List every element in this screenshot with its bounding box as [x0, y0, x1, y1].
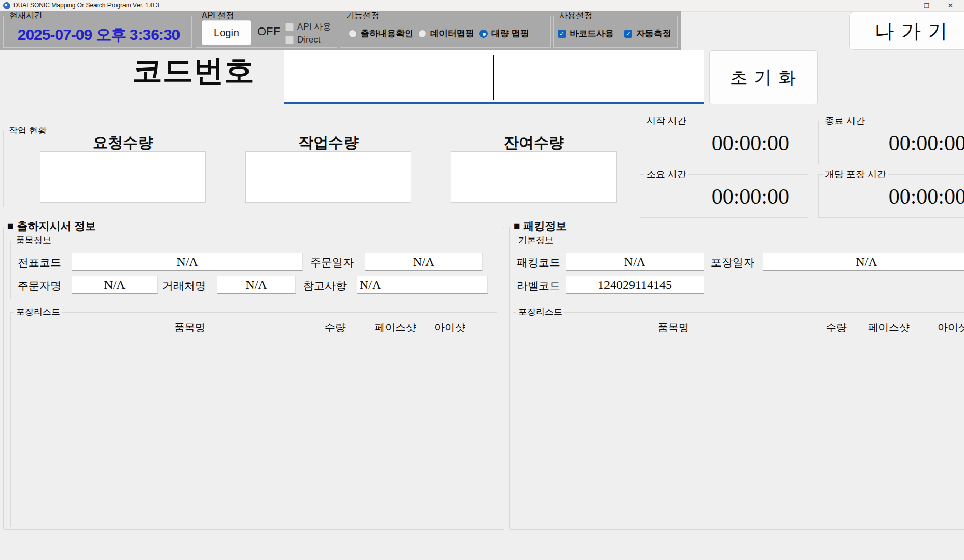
remarks-value[interactable]: N/A — [357, 276, 488, 294]
shipping-packing-list-label: 포장리스트 — [14, 307, 62, 317]
api-use-label: API 사용 — [297, 21, 332, 33]
order-date-value[interactable]: N/A — [365, 253, 483, 271]
packing-code-label: 패킹코드 — [517, 255, 560, 270]
radio-shipping-check[interactable]: 출하내용확인 — [349, 27, 414, 39]
api-settings-label: API 설정 — [200, 11, 236, 20]
api-settings-group: API 설정 Login OFF API 사용 Direct — [196, 16, 337, 48]
checkbox-direct[interactable]: Direct — [285, 35, 320, 45]
usage-settings-group: 사용설정 바코드사용 자동측정 — [553, 16, 678, 48]
start-time-value: 00:00:00 — [640, 131, 808, 156]
direct-checkbox-icon[interactable] — [285, 36, 294, 44]
window-title: DUALSONIC Mapping Or Search Program Ver.… — [13, 2, 159, 9]
end-time-label: 종료 시간 — [823, 116, 867, 126]
basic-info-label: 기본정보 — [516, 235, 556, 246]
packing-code-value[interactable]: N/A — [566, 253, 704, 271]
auto-measure-label: 자동측정 — [636, 27, 671, 39]
bulk-mapping-label: 대량 맵핑 — [491, 27, 529, 39]
title-bar: DUALSONIC Mapping Or Search Program Ver.… — [0, 0, 964, 12]
item-info-label: 품목정보 — [14, 235, 53, 246]
customer-name-value[interactable]: N/A — [217, 276, 296, 294]
per-unit-packing-time-value: 00:00:00 — [819, 184, 964, 209]
app-icon — [3, 2, 10, 9]
label-code-value[interactable]: 124029114145 — [566, 276, 704, 294]
label-code-label: 라벨코드 — [517, 278, 560, 293]
api-use-checkbox-icon[interactable] — [285, 23, 294, 31]
remaining-qty-value — [451, 151, 617, 203]
code-number-input[interactable] — [284, 50, 704, 104]
shipping-packing-list-group: 포장리스트 — [10, 312, 497, 527]
minimize-icon[interactable]: — — [893, 0, 914, 11]
login-button[interactable]: Login — [202, 20, 251, 45]
barcode-use-checkbox-icon[interactable] — [558, 30, 566, 38]
shipping-check-label: 출하내용확인 — [361, 27, 414, 39]
radio-data-mapping[interactable]: 데이터맵핑 — [418, 27, 474, 39]
customer-name-label: 거래처명 — [162, 278, 206, 293]
close-icon[interactable]: ✕ — [940, 0, 961, 11]
packing-info-title: ■ 패킹정보 — [514, 219, 571, 233]
ship-col-qty: 수량 — [314, 320, 356, 334]
data-mapping-label: 데이터맵핑 — [430, 27, 474, 39]
barcode-use-label: 바코드사용 — [570, 27, 614, 39]
requested-qty-value — [40, 151, 206, 203]
orderer-name-label: 주문자명 — [18, 278, 61, 293]
radio-bulk-mapping[interactable]: 대량 맵핑 — [479, 27, 529, 39]
auto-measure-checkbox-icon[interactable] — [624, 30, 632, 38]
maximize-icon[interactable]: ❐ — [916, 0, 937, 11]
code-number-label: 코드번호 — [132, 51, 283, 91]
packing-date-label: 포장일자 — [711, 255, 754, 270]
end-time-value: 00:00:00 — [819, 131, 964, 156]
current-time-group: 현재시간 2025-07-09 오후 3:36:30 — [3, 16, 192, 48]
checkbox-auto-measure[interactable]: 자동측정 — [624, 27, 671, 39]
packing-packing-list-label: 포장리스트 — [516, 307, 564, 317]
shipping-check-radio-icon[interactable] — [349, 30, 357, 38]
start-time-label: 시작 시간 — [644, 116, 688, 126]
ship-col-item-name: 품목명 — [148, 320, 231, 334]
elapsed-time-label: 소요 시간 — [644, 169, 688, 179]
data-mapping-radio-icon[interactable] — [418, 30, 426, 38]
slip-code-value[interactable]: N/A — [72, 253, 303, 271]
current-time-label: 현재시간 — [7, 11, 45, 20]
order-date-label: 주문일자 — [310, 255, 354, 270]
requested-qty-label: 요청수량 — [40, 133, 206, 153]
text-caret — [493, 55, 494, 100]
function-settings-label: 기능설정 — [344, 11, 381, 20]
pack-col-eye-shot: 아이샷 — [927, 320, 964, 334]
reset-button[interactable]: 초 기 화 — [709, 50, 818, 104]
pack-col-face-shot: 페이스샷 — [863, 320, 915, 334]
worked-qty-label: 작업수량 — [245, 133, 411, 153]
start-time-group: 시작 시간 00:00:00 — [640, 121, 808, 164]
function-settings-group: 기능설정 출하내용확인 데이터맵핑 대량 맵핑 — [340, 16, 551, 48]
pack-col-qty: 수량 — [816, 320, 857, 334]
remarks-label: 참고사항 — [303, 278, 347, 293]
ship-col-face-shot: 페이스샷 — [369, 320, 421, 334]
exit-button[interactable]: 나 가 기 — [849, 12, 964, 50]
checkbox-api-use[interactable]: API 사용 — [285, 21, 332, 33]
packing-date-value[interactable]: N/A — [763, 253, 964, 271]
api-status-text: OFF — [257, 25, 288, 38]
direct-label: Direct — [297, 35, 320, 45]
per-unit-packing-time-label: 개당 포장 시간 — [823, 169, 888, 179]
orderer-name-value[interactable]: N/A — [72, 276, 158, 294]
slip-code-label: 전표코드 — [18, 255, 61, 270]
per-unit-packing-time-group: 개당 포장 시간 00:00:00 — [818, 174, 964, 218]
worked-qty-value — [245, 151, 411, 203]
usage-settings-label: 사용설정 — [557, 11, 595, 20]
ship-col-eye-shot: 아이샷 — [424, 320, 476, 334]
checkbox-barcode-use[interactable]: 바코드사용 — [558, 27, 614, 39]
bulk-mapping-radio-icon[interactable] — [479, 30, 488, 38]
current-time-value: 2025-07-09 오후 3:36:30 — [9, 24, 188, 46]
pack-col-item-name: 품목명 — [632, 320, 715, 334]
shipping-info-title: ■ 출하지시서 정보 — [7, 219, 100, 233]
elapsed-time-value: 00:00:00 — [640, 184, 808, 209]
remaining-qty-label: 잔여수량 — [451, 133, 617, 153]
settings-panel: 현재시간 2025-07-09 오후 3:36:30 API 설정 Login … — [0, 11, 681, 50]
elapsed-time-group: 소요 시간 00:00:00 — [640, 174, 808, 218]
packing-packing-list-group: 포장리스트 — [513, 312, 964, 527]
end-time-group: 종료 시간 00:00:00 — [818, 121, 964, 164]
